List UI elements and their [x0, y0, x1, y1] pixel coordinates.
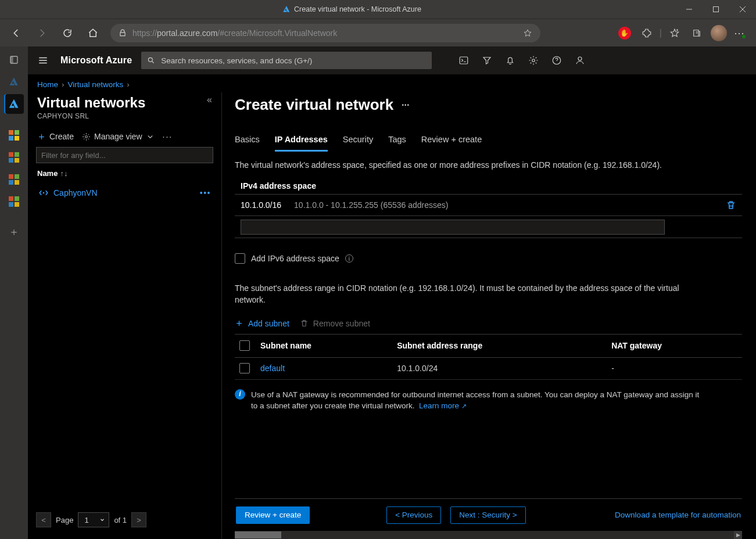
subnet-name-link[interactable]: default — [260, 364, 285, 373]
pager-page-select[interactable]: 1 — [78, 512, 109, 527]
collections-icon[interactable] — [687, 24, 706, 42]
tab-ip-addresses[interactable]: IP Addresses — [275, 135, 328, 152]
breadcrumb-vnets[interactable]: Virtual networks — [68, 80, 124, 89]
address-space-new-row — [235, 216, 742, 238]
list-item[interactable]: CaphyonVN ••• — [36, 182, 213, 203]
svg-point-3 — [149, 58, 153, 62]
nat-infobox: i Use of a NAT gateway is recommended fo… — [235, 389, 705, 412]
refresh-button[interactable] — [57, 23, 78, 44]
url-text: https://portal.azure.com/#create/Microso… — [132, 28, 337, 38]
home-button[interactable] — [83, 23, 103, 44]
profile-avatar[interactable] — [710, 24, 728, 42]
blade-title: Virtual networks — [37, 95, 145, 111]
rail-tiles-1-icon[interactable] — [4, 125, 24, 145]
external-link-icon: ↗ — [461, 403, 467, 409]
svg-rect-4 — [460, 57, 468, 64]
more-page-actions-icon[interactable]: ··· — [402, 100, 409, 110]
tab-tags[interactable]: Tags — [388, 135, 406, 152]
tab-review-create[interactable]: Review + create — [421, 135, 482, 152]
feedback-icon[interactable] — [571, 52, 589, 69]
rail-tiles-4-icon[interactable] — [4, 192, 24, 211]
chevron-down-icon — [146, 132, 155, 141]
tabs: Basics IP Addresses Security Tags Review… — [235, 135, 742, 152]
pager-prev-button[interactable]: < — [36, 512, 51, 527]
col-subnet-name[interactable]: Subnet name — [256, 334, 392, 357]
portal-brand[interactable]: Microsoft Azure — [60, 55, 132, 66]
edge-sidebar-rail: ＋ — [0, 46, 28, 539]
pager-page-label: Page — [56, 516, 73, 524]
scrollbar-thumb[interactable] — [235, 531, 281, 538]
rail-tab-icon[interactable] — [4, 50, 24, 70]
search-placeholder: Search resources, services, and docs (G+… — [161, 56, 312, 65]
notifications-icon[interactable] — [501, 52, 519, 69]
browser-menu-icon[interactable]: ⋯ — [732, 24, 750, 42]
settings-gear-icon[interactable] — [525, 52, 542, 69]
delete-icon[interactable] — [726, 200, 736, 210]
portal-search[interactable]: Search resources, services, and docs (G+… — [141, 52, 432, 69]
rail-azure-active-icon[interactable] — [4, 94, 24, 114]
info-icon[interactable]: i — [345, 254, 353, 263]
portal-menu-icon[interactable] — [35, 52, 51, 69]
address-space-input[interactable] — [241, 220, 665, 235]
favorite-icon[interactable] — [523, 28, 532, 38]
list-item-name: CaphyonVN — [53, 188, 98, 197]
gear-icon — [82, 132, 91, 141]
rail-tiles-3-icon[interactable] — [4, 170, 24, 189]
previous-button[interactable]: < Previous — [386, 506, 441, 524]
learn-more-link[interactable]: Learn more ↗ — [419, 401, 467, 410]
rail-add-icon[interactable]: ＋ — [4, 222, 24, 242]
vnet-icon — [38, 188, 49, 198]
svg-point-5 — [532, 59, 535, 62]
create-button[interactable]: Create — [37, 132, 74, 141]
collapse-blade-icon[interactable]: « — [207, 95, 212, 105]
browser-right-icons: ✋ | ⋯ — [615, 24, 750, 42]
adblock-icon[interactable]: ✋ — [615, 24, 634, 42]
window-controls — [676, 0, 756, 19]
filter-input[interactable] — [36, 147, 213, 163]
svg-rect-2 — [10, 56, 13, 63]
extensions-icon[interactable] — [637, 24, 656, 42]
download-template-link[interactable]: Download a template for automation — [615, 511, 741, 519]
manage-view-button[interactable]: Manage view — [82, 132, 155, 141]
next-button[interactable]: Next : Security > — [450, 506, 525, 524]
window-title: Create virtual network - Microsoft Azure — [28, 5, 676, 13]
ipv6-checkbox[interactable] — [235, 253, 245, 264]
select-all-checkbox[interactable] — [239, 340, 250, 351]
close-button[interactable] — [729, 0, 756, 19]
rail-tiles-2-icon[interactable] — [4, 148, 24, 167]
scrollbar-right-arrow-icon[interactable]: ▶ — [734, 531, 742, 539]
subnet-nat-cell: - — [607, 357, 742, 379]
plus-icon — [235, 319, 243, 328]
blade-subtitle: CAPHYON SRL — [37, 112, 145, 120]
horizontal-scrollbar[interactable]: ▶ — [235, 531, 742, 539]
back-button[interactable] — [6, 23, 27, 44]
subnet-description: The subnet's address range in CIDR notat… — [235, 282, 694, 306]
pager-next-button[interactable]: > — [131, 512, 146, 527]
tab-security[interactable]: Security — [343, 135, 373, 152]
tab-basics[interactable]: Basics — [235, 135, 260, 152]
rail-azure-dim-icon[interactable] — [4, 72, 24, 92]
maximize-button[interactable] — [703, 0, 729, 19]
svg-point-8 — [85, 135, 88, 138]
forward-button[interactable] — [31, 23, 52, 44]
more-actions-button[interactable]: ··· — [163, 132, 173, 141]
name-column-header[interactable]: Name ↑↓ — [36, 163, 213, 180]
directory-filter-icon[interactable] — [478, 52, 496, 69]
svg-rect-0 — [714, 7, 719, 12]
breadcrumb-home[interactable]: Home — [37, 80, 58, 89]
address-bar[interactable]: https://portal.azure.com/#create/Microso… — [110, 24, 540, 42]
favorites-bar-icon[interactable] — [665, 24, 684, 42]
list-item-more-icon[interactable]: ••• — [200, 188, 211, 197]
address-space-row[interactable]: 10.1.0.0/16 10.1.0.0 - 10.1.255.255 (655… — [235, 194, 742, 216]
wizard-footer: Review + create < Previous Next : Securi… — [235, 498, 742, 531]
col-subnet-range[interactable]: Subnet address range — [392, 334, 607, 357]
row-checkbox[interactable] — [239, 363, 250, 373]
add-subnet-button[interactable]: Add subnet — [235, 319, 289, 328]
help-icon[interactable] — [548, 52, 565, 69]
address-range: 10.1.0.0 - 10.1.255.255 (65536 addresses… — [294, 200, 448, 210]
table-row: default 10.1.0.0/24 - — [235, 357, 742, 379]
review-create-button[interactable]: Review + create — [236, 506, 310, 524]
cloud-shell-icon[interactable] — [455, 52, 472, 69]
minimize-button[interactable] — [676, 0, 703, 19]
col-nat-gateway[interactable]: NAT gateway — [607, 334, 742, 357]
